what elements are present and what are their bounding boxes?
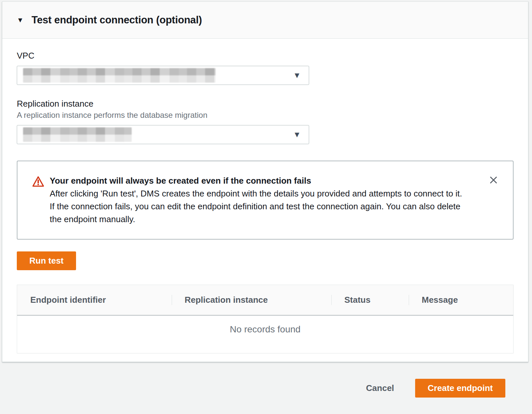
table-empty-message: No records found [17,316,513,353]
cancel-button[interactable]: Cancel [366,383,394,393]
create-endpoint-button[interactable]: Create endpoint [415,379,505,398]
table-header-row: Endpoint identifier Replication instance… [17,285,513,316]
column-header-endpoint-identifier: Endpoint identifier [17,295,172,305]
warning-triangle-icon [32,175,44,189]
caret-down-icon: ▼ [293,131,301,139]
run-test-button[interactable]: Run test [17,251,76,270]
vpc-select[interactable]: ▼ [17,66,309,85]
column-header-status: Status [331,295,409,305]
vpc-field: VPC ▼ [17,50,514,85]
test-endpoint-section: ▼ Test endpoint connection (optional) VP… [2,1,528,362]
collapse-icon[interactable]: ▼ [17,16,24,23]
warning-title: Your endpoint will always be created eve… [50,174,464,187]
section-header[interactable]: ▼ Test endpoint connection (optional) [2,2,528,39]
column-header-replication-instance: Replication instance [172,295,331,305]
section-title: Test endpoint connection (optional) [32,14,202,26]
replication-instance-select[interactable]: ▼ [17,125,309,144]
replication-redacted-value [23,127,132,142]
page: ▼ Test endpoint connection (optional) VP… [0,0,532,362]
warning-body: After clicking 'Run test', DMS creates t… [50,187,464,226]
replication-instance-field: Replication instance A replication insta… [17,98,514,144]
vpc-label: VPC [17,50,514,61]
close-icon[interactable] [489,175,498,185]
replication-instance-label: Replication instance [17,98,514,109]
warning-alert: Your endpoint will always be created eve… [17,161,514,240]
caret-down-icon: ▼ [293,71,301,79]
replication-instance-description: A replication instance performs the data… [17,110,514,120]
section-body: VPC ▼ Replication instance A replication… [2,39,528,367]
column-header-message: Message [409,295,513,305]
vpc-redacted-value [23,68,216,83]
form-footer: Cancel Create endpoint [0,362,532,414]
connection-results-table: Endpoint identifier Replication instance… [17,285,514,353]
warning-text: Your endpoint will always be created eve… [50,174,464,226]
